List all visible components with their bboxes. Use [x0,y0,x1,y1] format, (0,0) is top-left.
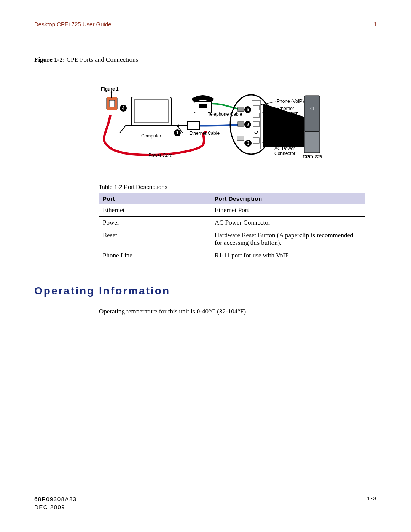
svg-rect-19 [253,138,259,143]
page: Desktop CPEi 725 User Guide 1 Figure 1-2… [0,0,411,532]
label-power-cord: Power Cord [148,153,172,158]
cell-desc: RJ-11 port for use with VoIP. [211,249,365,262]
badge-1: 1 [174,129,181,136]
th-desc: Port Description [211,193,365,204]
label-ac-power-connector: AC Power Connector [274,146,295,156]
figure-caption: Figure 1-2: CPE Ports and Connections [34,56,377,64]
svg-rect-4 [134,100,168,123]
svg-rect-15 [253,105,259,110]
port-descriptions-table: Port Port Description Ethernet Ethernet … [99,193,365,262]
badge-5: 5 [244,106,251,113]
badge-4: 4 [120,105,127,112]
cell-desc: Ethernet Port [211,204,365,217]
operating-info-text: Operating temperature for this unit is 0… [99,308,377,315]
svg-rect-20 [304,96,320,132]
table-header-row: Port Port Description [99,193,365,204]
label-ethernet-cable: Ethernet Cable [189,131,220,136]
cell-port: Ethernet [99,204,211,217]
cell-desc: AC Power Connector [211,217,365,229]
cell-port: Phone Line [99,249,211,262]
svg-rect-10 [238,107,244,112]
header-title: Desktop CPEi 725 User Guide [34,21,112,27]
svg-rect-1 [109,100,115,107]
label-device: CPEi 725 [303,154,322,160]
label-computer: Computer [141,133,161,139]
svg-rect-11 [237,136,244,141]
footer-date: DEC 2009 [34,503,77,511]
section-heading-operating-information: Operating Information [34,285,377,297]
label-phone-voip: Phone (VoIP) [277,99,304,104]
cell-port: Power [99,217,211,229]
svg-rect-16 [253,113,259,118]
badge-2: 2 [244,121,251,128]
th-port: Port [99,193,211,204]
footer-docnum: 68P09308A83 [34,495,77,503]
figure-label: Figure 1-2: [34,56,65,63]
footer-pagenum: 1-3 [367,495,377,511]
footer-left: 68P09308A83 DEC 2009 [34,495,77,511]
table-row: Phone Line RJ-11 port for use with VoIP. [99,249,365,262]
label-telephone-cable: Telephone Cable [208,112,242,117]
diagram-figure-label: Figure 1 [101,86,119,92]
page-header: Desktop CPEi 725 User Guide 1 [34,21,377,27]
figure-caption-text: CPE Ports and Connections [65,56,138,63]
cell-port: Reset [99,229,211,249]
svg-rect-7 [188,121,200,130]
diagram-container: Figure 1 4 1 2 3 5 Computer Power Cord E… [34,86,377,161]
svg-rect-9 [238,122,244,126]
svg-rect-21 [304,132,320,153]
svg-line-24 [261,102,276,105]
connection-diagram: Figure 1 4 1 2 3 5 Computer Power Cord E… [89,86,322,161]
header-chapter-number: 1 [374,21,377,27]
badge-3: 3 [245,140,252,147]
table-caption: Table 1-2 Port Descriptions [99,184,377,190]
svg-rect-17 [253,121,259,127]
cell-desc: Hardware Reset Button (A paperclip is re… [211,229,365,249]
table-row: Power AC Power Connector [99,217,365,229]
table-row: Reset Hardware Reset Button (A paperclip… [99,229,365,249]
table-row: Ethernet Ethernet Port [99,204,365,217]
svg-rect-6 [199,104,207,108]
page-footer: 68P09308A83 DEC 2009 1-3 [34,495,377,511]
label-ethernet-connector: Ethernet Connector [277,106,298,116]
